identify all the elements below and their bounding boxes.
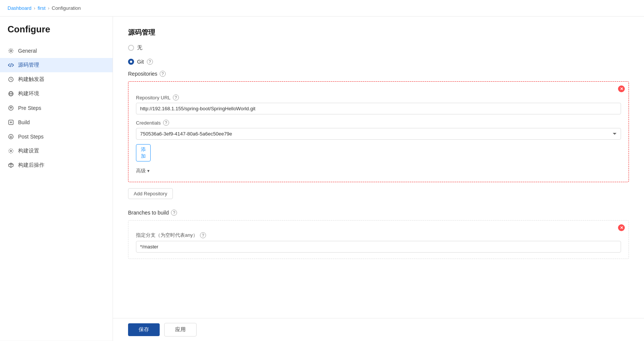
sidebar-item-postbuild-label: 构建后操作 — [18, 162, 44, 169]
radio-git-circle — [128, 59, 134, 65]
advanced-label: 高级 — [136, 167, 146, 174]
branches-section: Branches to build ? ✕ 指定分支（为空时代表any） ? — [128, 210, 629, 259]
credentials-help-icon[interactable]: ? — [163, 120, 169, 126]
sidebar-item-build-settings[interactable]: 构建设置 — [0, 144, 113, 158]
sidebar-item-buildenv-label: 构建环境 — [18, 90, 39, 97]
credentials-add-label: 添加 — [141, 146, 146, 160]
trigger-icon — [8, 76, 14, 83]
radio-git[interactable]: Git — [128, 59, 144, 65]
branch-specifier-help-icon[interactable]: ? — [200, 232, 206, 238]
radio-none[interactable]: 无 — [128, 44, 629, 51]
radio-git-label: Git — [137, 59, 144, 65]
apply-button[interactable]: 应用 — [164, 323, 197, 336]
settings-icon — [8, 148, 14, 154]
sidebar-item-build-env[interactable]: 构建环境 — [0, 87, 113, 101]
source-radio-group: 无 — [128, 44, 629, 51]
git-row: Git ? — [128, 59, 629, 65]
globe-icon — [8, 90, 14, 97]
credentials-add-button[interactable]: 添加 — [136, 144, 151, 161]
repo-url-label-text: Repository URL — [136, 95, 171, 100]
credentials-select[interactable]: 750536a6-3ef9-4147-80a6-5a6ec50ee79e — [136, 128, 621, 140]
branches-label-text: Branches to build — [128, 210, 169, 216]
sidebar-item-source-label: 源码管理 — [18, 62, 39, 69]
sidebar-item-build-label: Build — [18, 119, 30, 125]
branch-card: ✕ 指定分支（为空时代表any） ? — [128, 220, 629, 259]
repositories-label: Repositories ? — [128, 71, 629, 77]
sidebar-item-buildsettings-label: 构建设置 — [18, 148, 39, 154]
cube-icon — [8, 162, 14, 169]
sidebar-item-post-steps[interactable]: Post Steps — [0, 129, 113, 144]
sidebar-item-presteps-label: Pre Steps — [18, 105, 41, 111]
svg-point-0 — [10, 50, 12, 52]
breadcrumb: Dashboard › first › Configuration — [0, 0, 644, 17]
branch-card-close-button[interactable]: ✕ — [618, 224, 625, 231]
sidebar-item-build-trigger[interactable]: 构建触发器 — [0, 72, 113, 87]
branches-help-icon[interactable]: ? — [171, 210, 177, 216]
repositories-help-icon[interactable]: ? — [160, 71, 166, 77]
breadcrumb-dashboard[interactable]: Dashboard — [8, 5, 32, 11]
branches-label-row: Branches to build ? — [128, 210, 629, 216]
advanced-chevron-icon: ▾ — [147, 168, 150, 174]
breadcrumb-sep-1: › — [34, 5, 35, 11]
add-repository-button[interactable]: Add Repository — [128, 188, 173, 199]
sidebar-item-build[interactable]: Build — [0, 115, 113, 129]
credentials-label-text: Credentials — [136, 120, 161, 126]
section-title: 源码管理 — [128, 28, 629, 37]
repo-card-close-button[interactable]: ✕ — [618, 85, 625, 92]
add-repository-label: Add Repository — [134, 191, 167, 196]
main-content: 源码管理 无 Git ? Repositories ? ✕ Re — [113, 17, 644, 341]
pre-icon — [8, 105, 14, 111]
footer: 保存 应用 — [113, 318, 644, 341]
breadcrumb-first[interactable]: first — [38, 5, 46, 11]
radio-none-circle — [128, 45, 134, 51]
sidebar-item-pre-steps[interactable]: Pre Steps — [0, 101, 113, 115]
post-icon — [8, 133, 14, 140]
repo-url-help-icon[interactable]: ? — [173, 94, 179, 100]
gear-icon — [8, 47, 14, 54]
sidebar-title: Configure — [0, 24, 113, 44]
sidebar-item-trigger-label: 构建触发器 — [18, 76, 44, 83]
repo-url-input[interactable] — [136, 103, 621, 114]
git-help-icon[interactable]: ? — [147, 59, 153, 65]
branch-specifier-label-row: 指定分支（为空时代表any） ? — [136, 232, 621, 239]
sidebar-item-general[interactable]: General — [0, 44, 113, 58]
branch-specifier-label-text: 指定分支（为空时代表any） — [136, 232, 198, 239]
save-button[interactable]: 保存 — [128, 323, 160, 336]
sidebar-item-poststeps-label: Post Steps — [18, 134, 44, 140]
sidebar: Configure General 源码管理 — [0, 17, 113, 341]
sidebar-item-source-management[interactable]: 源码管理 — [0, 58, 113, 72]
credentials-label-row: Credentials ? — [136, 120, 621, 126]
sidebar-item-general-label: General — [18, 48, 37, 54]
advanced-row[interactable]: 高级 ▾ — [136, 167, 621, 174]
svg-point-13 — [10, 150, 12, 152]
branch-specifier-input[interactable] — [136, 241, 621, 253]
breadcrumb-current: Configuration — [52, 5, 81, 11]
build-icon — [8, 119, 14, 126]
repositories-text: Repositories — [128, 71, 157, 77]
radio-none-label: 无 — [137, 44, 142, 51]
svg-line-1 — [11, 63, 11, 67]
code-icon — [8, 62, 14, 69]
sidebar-item-post-build[interactable]: 构建后操作 — [0, 158, 113, 172]
repo-url-label-row: Repository URL ? — [136, 94, 621, 100]
repository-card: ✕ Repository URL ? Credentials ? 750536a… — [128, 81, 629, 182]
breadcrumb-sep-2: › — [48, 5, 49, 11]
